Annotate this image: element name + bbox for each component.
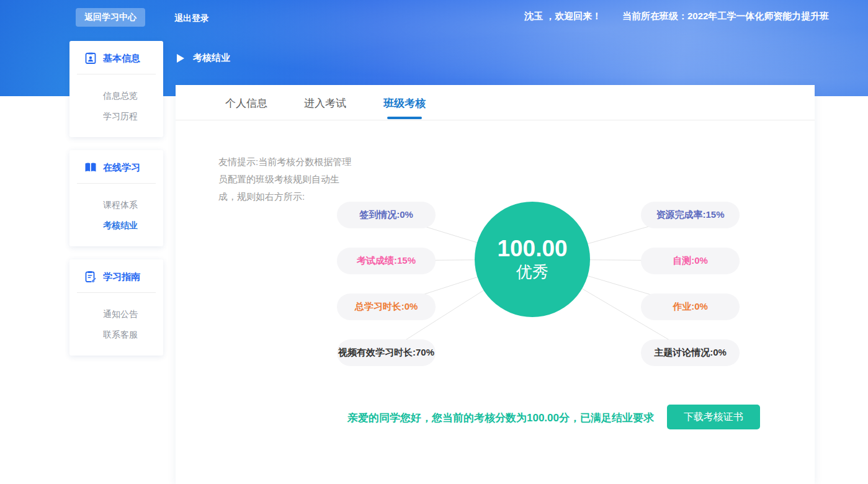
breadcrumb: 考核结业 <box>177 52 230 64</box>
welcome-text: 沈玉 ，欢迎回来！ <box>524 11 601 22</box>
back-to-learning-center-button[interactable]: 返回学习中心 <box>76 8 145 27</box>
id-card-icon <box>84 52 97 65</box>
sidebar-item-learning-history[interactable]: 学习历程 <box>103 110 163 122</box>
pill-video-study-time: 视频有效学习时长:70% <box>337 339 436 366</box>
score-grade: 优秀 <box>516 261 548 282</box>
sidebar-section-study-guide: 学习指南 通知公告 联系客服 <box>69 259 163 356</box>
pill-exam-score: 考试成绩:15% <box>337 248 436 274</box>
logout-link[interactable]: 退出登录 <box>174 13 209 24</box>
sidebar-item-notices[interactable]: 通知公告 <box>103 308 163 320</box>
divider <box>77 74 156 74</box>
sidebar-item-contact-support[interactable]: 联系客服 <box>103 328 163 341</box>
pill-resource-completion: 资源完成率:15% <box>641 202 740 228</box>
sidebar-item-info-overview[interactable]: 信息总览 <box>103 89 163 102</box>
score-circle: 100.00 优秀 <box>475 202 590 317</box>
sidebar-item-course-system[interactable]: 课程体系 <box>103 199 163 211</box>
sidebar-title-online-learning[interactable]: 在线学习 <box>69 150 163 174</box>
play-triangle-icon <box>177 54 184 63</box>
sidebar-title-label: 基本信息 <box>103 53 140 65</box>
sidebar-section-online-learning: 在线学习 课程体系 考核结业 <box>69 150 163 246</box>
sidebar-title-label: 学习指南 <box>103 271 140 283</box>
pill-self-test: 自测:0% <box>641 248 740 274</box>
download-certificate-button[interactable]: 下载考核证书 <box>667 405 760 429</box>
pill-signin-rate: 签到情况:0% <box>337 202 436 228</box>
divider <box>77 183 156 184</box>
current-class-text: 当前所在班级：2022年工学一体化师资能力提升班 <box>622 11 829 22</box>
sidebar-item-assessment-graduation[interactable]: 考核结业 <box>103 219 163 231</box>
pill-topic-discussion: 主题讨论情况:0% <box>641 339 740 366</box>
breadcrumb-label: 考核结业 <box>193 52 230 64</box>
clipboard-pen-icon <box>84 271 97 283</box>
pill-total-study-time: 总学习时长:0% <box>337 294 436 320</box>
score-value: 100.00 <box>497 236 567 261</box>
sidebar-title-label: 在线学习 <box>103 162 140 174</box>
divider <box>77 292 156 293</box>
sidebar-section-basic-info: 基本信息 信息总览 学习历程 <box>69 41 163 137</box>
main-panel: 个人信息 进入考试 班级考核 友情提示:当前考核分数根据管理员配置的班级考核规则… <box>176 85 815 484</box>
sidebar-title-basic-info[interactable]: 基本信息 <box>69 41 163 65</box>
result-message: 亲爱的同学您好，您当前的考核分数为100.00分，已满足结业要求 <box>347 411 654 425</box>
pill-homework: 作业:0% <box>641 294 740 320</box>
sidebar-title-study-guide[interactable]: 学习指南 <box>69 259 163 283</box>
open-book-icon <box>84 161 97 174</box>
